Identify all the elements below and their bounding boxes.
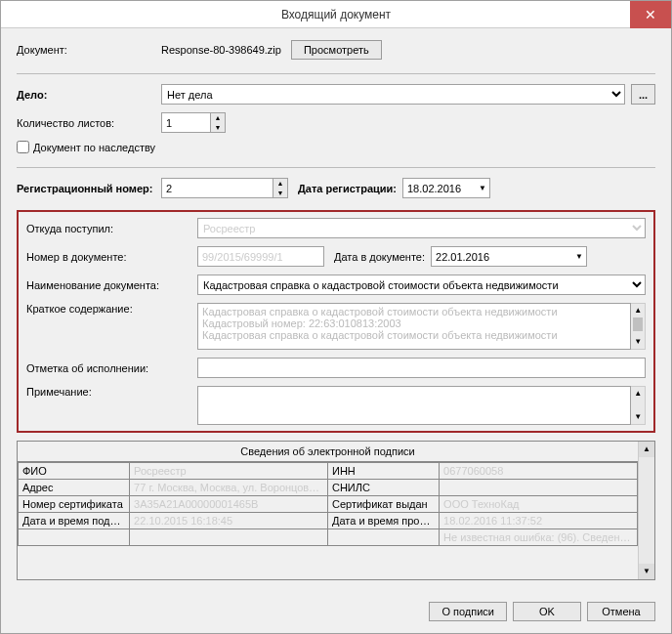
case-select[interactable]: Нет дела — [161, 84, 625, 105]
table-cell: Дата и время проверки — [327, 513, 439, 529]
exec-label: Отметка об исполнении: — [26, 362, 197, 374]
table-cell: 0677060058 — [440, 463, 638, 480]
table-cell: ООО ТехноКад — [440, 496, 638, 513]
brief-label: Краткое содержание: — [26, 303, 197, 315]
spinner-down-icon[interactable]: ▼ — [273, 189, 287, 198]
sheets-label: Количество листов: — [17, 117, 161, 129]
about-signature-button[interactable]: О подписи — [429, 602, 507, 621]
table-row: ФИОРосреестрИНН0677060058 — [19, 463, 638, 480]
scrollbar[interactable]: ▲ ▼ — [631, 386, 646, 425]
table-cell: Адрес — [19, 480, 130, 496]
document-filename: Response-80-398649.zip — [161, 44, 281, 56]
table-row: Адрес77 г. Москва, Москва, ул. Воронцово… — [19, 480, 638, 496]
window-title: Входящий документ — [281, 8, 391, 21]
scroll-up-icon[interactable]: ▲ — [639, 442, 654, 457]
view-button[interactable]: Просмотреть — [291, 40, 382, 60]
signature-table: ФИОРосреестрИНН0677060058Адрес77 г. Моск… — [18, 462, 638, 546]
docdate-input[interactable] — [431, 246, 587, 267]
docname-label: Наименование документа: — [26, 279, 197, 291]
scroll-down-icon[interactable]: ▼ — [631, 410, 645, 424]
table-cell — [19, 529, 130, 546]
sheets-spinner[interactable]: ▲ ▼ — [161, 112, 226, 133]
table-cell: Дата и время подписания — [19, 513, 130, 529]
table-cell: 77 г. Москва, Москва, ул. Воронцово поле… — [130, 480, 328, 496]
table-row: Номер сертификата3A35A21A00000001465BСер… — [19, 496, 638, 513]
scroll-down-icon[interactable]: ▼ — [631, 335, 645, 349]
close-icon: ✕ — [645, 7, 656, 22]
table-cell: Росреестр — [130, 463, 328, 480]
exec-input[interactable] — [197, 358, 646, 378]
docdate-label: Дата в документе: — [334, 251, 425, 263]
from-select[interactable]: Росреестр — [197, 218, 646, 238]
reg-date-input[interactable] — [402, 178, 490, 198]
highlighted-section: Откуда поступил: Росреестр Номер в докум… — [17, 210, 655, 433]
note-label: Примечание: — [26, 386, 197, 398]
signature-section: Сведения об электронной подписи ФИОРосре… — [17, 441, 655, 580]
table-cell — [327, 529, 439, 546]
dialog-window: Входящий документ ✕ Документ: Response-8… — [0, 0, 672, 634]
ok-button[interactable]: OK — [513, 602, 581, 621]
table-cell: 22.10.2015 16:18:45 — [130, 513, 328, 529]
spinner-up-icon[interactable]: ▲ — [211, 113, 225, 123]
document-label: Документ: — [17, 44, 161, 56]
close-button[interactable]: ✕ — [630, 1, 671, 28]
titlebar: Входящий документ ✕ — [1, 1, 671, 28]
dialog-footer: О подписи OK Отмена — [1, 592, 671, 633]
signature-header: Сведения об электронной подписи — [18, 442, 638, 462]
table-cell: 3A35A21A00000001465B — [130, 496, 328, 513]
table-cell: 18.02.2016 11:37:52 — [440, 513, 638, 529]
table-cell: СНИЛС — [327, 480, 439, 496]
scroll-thumb[interactable] — [633, 317, 643, 331]
from-label: Откуда поступил: — [26, 223, 197, 234]
table-cell: Сертификат выдан — [327, 496, 439, 513]
scroll-up-icon[interactable]: ▲ — [631, 387, 645, 401]
spinner-up-icon[interactable]: ▲ — [273, 179, 287, 189]
inheritance-checkbox[interactable] — [17, 141, 29, 153]
reg-number-input[interactable] — [161, 178, 273, 198]
table-cell — [440, 480, 638, 496]
spinner-down-icon[interactable]: ▼ — [211, 123, 225, 133]
docname-select[interactable]: Кадастровая справка о кадастровой стоимо… — [197, 275, 646, 295]
docnum-label: Номер в документе: — [26, 251, 197, 263]
table-row: Дата и время подписания22.10.2015 16:18:… — [19, 513, 638, 529]
table-row: Не известная ошибка: (96). Сведения о со… — [19, 529, 638, 546]
divider — [17, 73, 655, 74]
cancel-button[interactable]: Отмена — [587, 602, 655, 621]
reg-date-label: Дата регистрации: — [298, 183, 397, 194]
table-cell: ИНН — [327, 463, 439, 480]
reg-number-label: Регистрационный номер: — [17, 183, 161, 194]
table-cell: Номер сертификата — [19, 496, 130, 513]
note-textarea[interactable] — [197, 386, 631, 425]
brief-textarea[interactable] — [197, 303, 631, 350]
case-more-button[interactable]: ... — [631, 84, 655, 105]
scrollbar[interactable]: ▲ ▼ — [631, 303, 646, 350]
table-cell: ФИО — [19, 463, 130, 480]
table-cell: Не известная ошибка: (96). Сведения о со… — [440, 529, 638, 546]
sheets-input[interactable] — [161, 112, 210, 133]
docnum-input[interactable] — [197, 246, 324, 267]
dialog-content: Документ: Response-80-398649.zip Просмот… — [1, 28, 671, 592]
divider — [17, 167, 655, 168]
table-cell — [130, 529, 328, 546]
inheritance-label: Документ по наследству — [33, 142, 155, 153]
reg-number-spinner[interactable]: ▲ ▼ — [161, 178, 288, 198]
scroll-up-icon[interactable]: ▲ — [631, 304, 645, 317]
scroll-down-icon[interactable]: ▼ — [639, 564, 654, 579]
case-label: Дело: — [17, 89, 161, 101]
scrollbar[interactable]: ▲ ▼ — [638, 442, 654, 579]
